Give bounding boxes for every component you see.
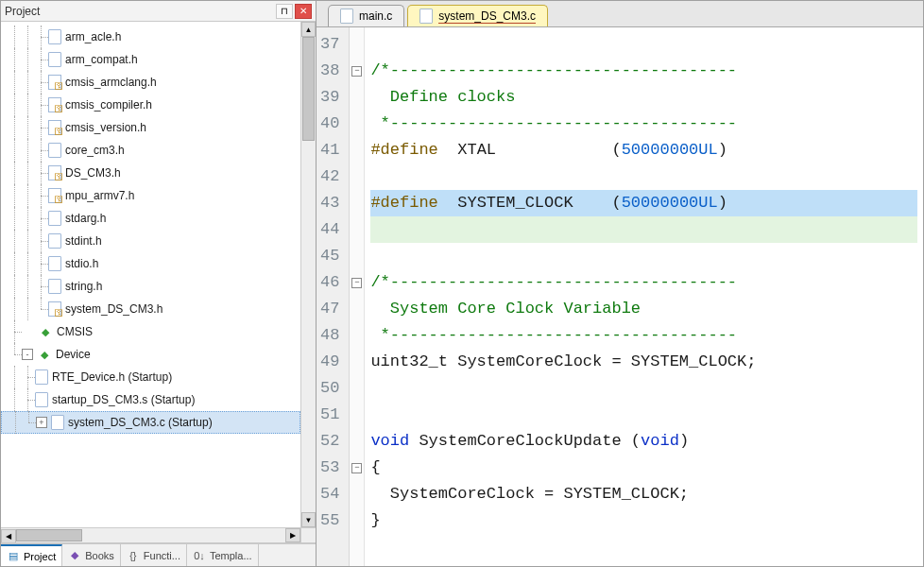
scroll-left-button[interactable]: ◀ [1,529,16,543]
scroll-corner [300,527,316,542]
file-icon [48,211,61,226]
tree-connector [35,207,48,230]
panel-tab[interactable]: ◆Books [62,544,121,566]
code-token: /* [370,61,389,79]
code-line[interactable] [370,216,917,243]
tree-connector [9,207,22,230]
tree-connector [9,48,22,71]
project-tree[interactable]: arm_acle.harm_compat.hcmsis_armclang.hcm… [1,22,300,527]
line-number: 50 [320,375,339,402]
vertical-scrollbar[interactable]: ▲ ▼ [300,22,316,527]
code-line[interactable] [370,163,917,190]
tab-icon: ◆ [68,549,81,562]
code-token: * [370,326,389,344]
code-line[interactable]: { [370,455,917,481]
scroll-up-button[interactable]: ▲ [301,22,316,37]
code-line[interactable] [370,375,917,402]
code-line[interactable]: /*------------------------------------ [370,269,917,296]
fold-cell [350,375,364,402]
code-line[interactable]: #define SYSTEM_CLOCK (50000000UL) [370,190,917,216]
panel-tab[interactable]: {}Functi... [121,544,187,566]
expand-icon[interactable]: + [36,417,47,428]
tree-item[interactable]: DS_CM3.h [1,162,300,184]
code-line[interactable]: *------------------------------------ [370,322,917,349]
code-token: } [370,511,380,529]
tree-item[interactable]: arm_compat.h [1,48,300,71]
file-icon [48,143,61,158]
fold-collapse-icon[interactable]: − [351,278,362,288]
tree-connector [22,26,35,48]
fold-cell [350,349,364,375]
tree-item-label: mpu_armv7.h [65,189,134,202]
code-text[interactable]: /*------------------------------------ D… [365,27,923,566]
fold-cell: − [350,269,364,296]
tree-connector [22,48,35,71]
tree-item[interactable]: mpu_armv7.h [1,184,300,207]
tree-item[interactable]: cmsis_armclang.h [1,71,300,94]
tree-connector [22,366,35,388]
code-line[interactable]: void SystemCoreClockUpdate (void) [370,428,917,455]
scroll-thumb[interactable] [16,529,82,541]
tree-item[interactable]: cmsis_compiler.h [1,94,300,116]
tree-connector [9,366,22,388]
tree-item[interactable]: -◆Device [1,343,300,366]
fold-column: −−− [350,27,365,566]
tree-connector [9,26,22,48]
fold-cell: − [350,455,364,481]
tree-item[interactable]: system_DS_CM3.h [1,298,300,320]
tree-item[interactable]: string.h [1,275,300,298]
fold-cell [350,190,364,216]
project-panel: Project ⊓ ✕ arm_acle.harm_compat.hcmsis_… [0,0,317,567]
panel-tab[interactable]: ▤Project [1,544,62,566]
fold-collapse-icon[interactable]: − [351,66,362,77]
horizontal-scrollbar[interactable]: ◀ ▶ [1,527,300,542]
tree-item-label: arm_acle.h [65,30,121,43]
code-line[interactable] [370,402,917,428]
tree-item[interactable]: stdio.h [1,252,300,275]
tree-connector [9,94,22,116]
code-line[interactable] [370,31,917,58]
fold-cell [350,137,364,163]
tree-item[interactable]: cmsis_version.h [1,116,300,139]
editor-tab[interactable]: system_DS_CM3.c [407,5,548,26]
code-line[interactable]: *------------------------------------ [370,111,917,137]
scroll-down-button[interactable]: ▼ [301,512,316,527]
chevron-left-icon: ◀ [6,532,11,541]
panel-tab[interactable]: 0↓Templa... [187,544,259,566]
fold-cell [350,216,364,243]
tree-connector [9,184,22,207]
tree-item[interactable]: core_cm3.h [1,139,300,162]
tree-item-label: core_cm3.h [65,144,125,157]
tree-item[interactable]: startup_DS_CM3.s (Startup) [1,388,300,411]
group-icon: ◆ [37,347,52,362]
chevron-down-icon: ▼ [305,516,313,524]
tree-item[interactable]: +system_DS_CM3.c (Startup) [1,411,300,434]
panel-close-button[interactable]: ✕ [295,4,312,19]
code-area[interactable]: 37383940414243444546474849505152535455 −… [317,27,923,566]
tree-connector [35,184,48,207]
code-line[interactable]: Define clocks [370,84,917,111]
scroll-thumb[interactable] [302,37,315,141]
code-line[interactable]: SystemCoreClock = SYSTEM_CLOCK; [370,481,917,507]
tree-item[interactable]: arm_acle.h [1,26,300,48]
fold-cell [350,481,364,507]
code-line[interactable]: /*------------------------------------ [370,58,917,84]
line-number: 55 [320,507,339,534]
fold-collapse-icon[interactable]: − [351,463,362,473]
scroll-right-button[interactable]: ▶ [285,528,300,542]
tree-item[interactable]: RTE_Device.h (Startup) [1,366,300,388]
code-token: ) [718,141,727,159]
code-line[interactable]: uint32_t SystemCoreClock = SYSTEM_CLOCK; [370,349,917,375]
panel-pin-button[interactable]: ⊓ [276,4,293,19]
code-line[interactable]: } [370,507,917,534]
collapse-icon[interactable]: - [22,349,33,360]
code-line[interactable] [370,243,917,269]
tree-item[interactable]: stdarg.h [1,207,300,230]
editor-tab[interactable]: main.c [328,5,404,26]
code-line[interactable]: System Core Clock Variable [370,296,917,322]
tree-item[interactable]: ◆CMSIS [1,320,300,343]
tree-connector [35,116,48,139]
code-line[interactable]: #define XTAL (50000000UL) [370,137,917,163]
fold-cell [350,402,364,428]
tree-item[interactable]: stdint.h [1,230,300,252]
